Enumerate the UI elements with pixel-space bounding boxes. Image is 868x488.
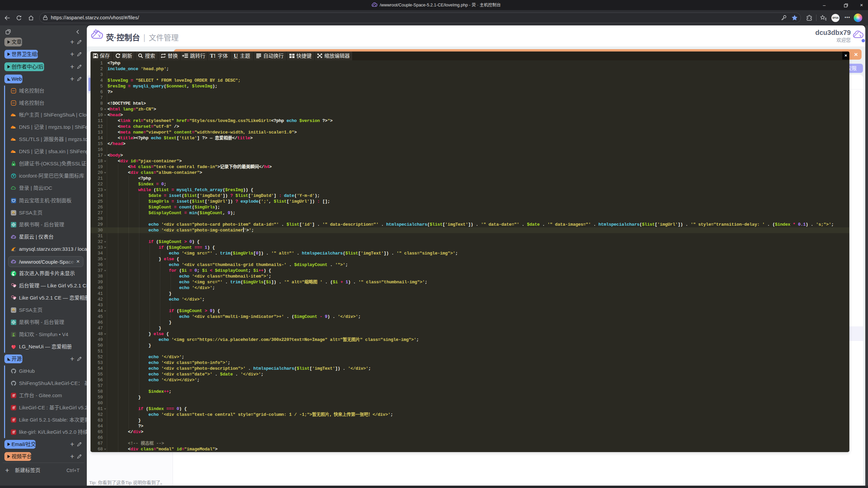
svg-text:PMA: PMA (12, 250, 14, 251)
